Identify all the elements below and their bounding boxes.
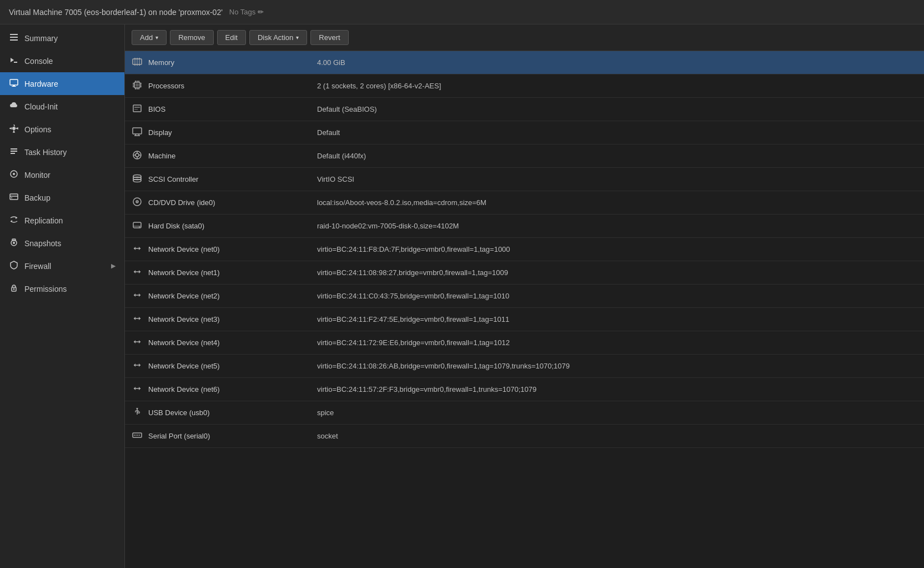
- table-row[interactable]: Network Device (net1) virtio=BC:24:11:08…: [125, 261, 924, 285]
- revert-button[interactable]: Revert: [310, 30, 348, 45]
- svg-marker-97: [136, 408, 138, 410]
- edit-button[interactable]: Edit: [217, 30, 246, 45]
- add-button[interactable]: Add ▾: [132, 30, 167, 45]
- hw-row-value: socket: [308, 432, 924, 440]
- hw-row-name: Network Device (net1): [148, 268, 220, 277]
- svg-point-101: [137, 435, 138, 436]
- sidebar-item-summary[interactable]: Summary: [0, 27, 124, 49]
- table-row[interactable]: Network Device (net3) virtio=BC:24:11:F2…: [125, 308, 924, 331]
- svg-rect-5: [10, 79, 18, 85]
- table-row[interactable]: Network Device (net0) virtio=BC:24:11:F8…: [125, 238, 924, 261]
- svg-point-56: [135, 153, 139, 157]
- sidebar-item-label: Cloud-Init: [24, 102, 58, 111]
- svg-rect-50: [134, 109, 138, 110]
- hw-row-value: virtio=BC:24:11:08:26:AB,bridge=vmbr0,fi…: [308, 362, 924, 370]
- table-row[interactable]: Network Device (net6) virtio=BC:24:11:57…: [125, 378, 924, 401]
- sidebar-item-label: Task History: [24, 148, 67, 157]
- replication-icon: [9, 215, 19, 226]
- sidebar-item-options[interactable]: Options: [0, 118, 124, 141]
- sidebar-item-task-history[interactable]: Task History: [0, 141, 124, 163]
- hw-row-value: virtio=BC:24:11:C0:43:75,bridge=vmbr0,fi…: [308, 292, 924, 300]
- sidebar-item-firewall[interactable]: Firewall ▶: [0, 255, 124, 277]
- net0-icon: [132, 243, 143, 256]
- memory-icon: [132, 57, 143, 69]
- svg-point-20: [13, 242, 15, 244]
- hw-row-name: Network Device (net2): [148, 292, 220, 300]
- net3-icon: [132, 313, 143, 326]
- svg-point-63: [133, 179, 141, 182]
- table-row[interactable]: Hard Disk (sata0) raid-10-node02:vm-7005…: [125, 215, 924, 238]
- svg-marker-86: [134, 340, 135, 343]
- hw-row-value: virtio=BC:24:11:57:2F:F3,bridge=vmbr0,fi…: [308, 385, 924, 393]
- hw-row-value: spice: [308, 408, 924, 417]
- hw-row-name: Processors: [148, 82, 184, 90]
- svg-marker-79: [139, 293, 140, 297]
- display-icon: [132, 127, 143, 139]
- svg-marker-3: [11, 58, 14, 62]
- hw-row-name: USB Device (usb0): [148, 408, 210, 417]
- svg-rect-51: [133, 128, 142, 134]
- hw-row-value: virtio=BC:24:11:F2:47:5E,bridge=vmbr0,fi…: [308, 315, 924, 323]
- disk-action-button[interactable]: Disk Action ▾: [249, 30, 307, 45]
- hw-row-value: Default (SeaBIOS): [308, 105, 924, 113]
- svg-rect-35: [135, 83, 139, 87]
- net1-icon: [132, 267, 143, 279]
- table-row[interactable]: Network Device (net2) virtio=BC:24:11:C0…: [125, 285, 924, 308]
- sidebar-item-hardware[interactable]: Hardware: [0, 72, 124, 95]
- hw-row-name: SCSI Controller: [148, 175, 198, 183]
- table-row[interactable]: Serial Port (serial0) socket: [125, 425, 924, 448]
- svg-point-13: [13, 173, 15, 175]
- svg-rect-49: [134, 107, 140, 108]
- hw-row-value: local:iso/Aboot-veos-8.0.2.iso,media=cdr…: [308, 198, 924, 207]
- no-tags-label: No Tags ✏: [229, 8, 264, 16]
- remove-button[interactable]: Remove: [170, 30, 213, 45]
- svg-point-102: [139, 435, 140, 436]
- table-row[interactable]: SCSI Controller VirtIO SCSI: [125, 168, 924, 191]
- svg-point-8: [12, 127, 16, 130]
- hw-row-name: Network Device (net6): [148, 385, 220, 393]
- table-row[interactable]: CD/DVD Drive (ide0) local:iso/Aboot-veos…: [125, 191, 924, 215]
- table-row[interactable]: Machine Default (i440fx): [125, 145, 924, 168]
- sidebar-item-monitor[interactable]: Monitor: [0, 163, 124, 186]
- bios-icon: [132, 103, 143, 116]
- svg-marker-73: [139, 247, 140, 250]
- hw-row-name: Memory: [148, 58, 174, 67]
- content-area: Add ▾ Remove Edit Disk Action ▾ Revert M…: [125, 24, 924, 568]
- table-row[interactable]: USB Device (usb0) spice: [125, 401, 924, 425]
- usb0-icon: [132, 407, 143, 419]
- svg-point-99: [134, 435, 135, 436]
- sidebar-item-cloud-init[interactable]: Cloud-Init: [0, 95, 124, 118]
- table-row[interactable]: Network Device (net5) virtio=BC:24:11:08…: [125, 355, 924, 378]
- main-layout: Summary Console Hardware Cloud-Init Opti…: [0, 24, 924, 568]
- svg-rect-6: [13, 85, 15, 86]
- hw-row-value: Default (i440fx): [308, 152, 924, 160]
- edit-tags-icon[interactable]: ✏: [258, 8, 264, 16]
- table-row[interactable]: Display Default: [125, 121, 924, 145]
- hw-row-value: virtio=BC:24:11:08:98:27,bridge=vmbr0,fi…: [308, 268, 924, 277]
- sidebar-item-label: Summary: [24, 34, 58, 43]
- table-row[interactable]: Processors 2 (1 sockets, 2 cores) [x86-6…: [125, 74, 924, 98]
- machine-icon: [132, 150, 143, 162]
- sidebar-item-backup[interactable]: Backup: [0, 186, 124, 209]
- sidebar-item-snapshots[interactable]: Snapshots: [0, 232, 124, 255]
- hw-row-name: Network Device (net4): [148, 338, 220, 347]
- sidebar-item-replication[interactable]: Replication: [0, 209, 124, 232]
- net2-icon: [132, 290, 143, 302]
- hw-row-value: virtio=BC:24:11:72:9E:E6,bridge=vmbr0,fi…: [308, 338, 924, 347]
- svg-point-68: [137, 201, 138, 202]
- svg-marker-83: [134, 317, 135, 320]
- table-row[interactable]: Memory 4.00 GiB: [125, 51, 924, 74]
- svg-rect-11: [11, 153, 15, 154]
- hw-row-value: 4.00 GiB: [308, 58, 924, 67]
- svg-marker-92: [134, 387, 135, 390]
- hw-row-name: Network Device (net3): [148, 315, 220, 323]
- svg-marker-80: [134, 293, 135, 297]
- table-row[interactable]: Network Device (net4) virtio=BC:24:11:72…: [125, 331, 924, 355]
- sidebar-item-permissions[interactable]: Permissions: [0, 277, 124, 300]
- hw-row-name: Machine: [148, 152, 175, 160]
- sidebar-item-label: Backup: [24, 193, 51, 202]
- svg-point-100: [135, 435, 137, 436]
- svg-rect-0: [10, 34, 18, 35]
- table-row[interactable]: BIOS Default (SeaBIOS): [125, 98, 924, 121]
- sidebar-item-console[interactable]: Console: [0, 49, 124, 72]
